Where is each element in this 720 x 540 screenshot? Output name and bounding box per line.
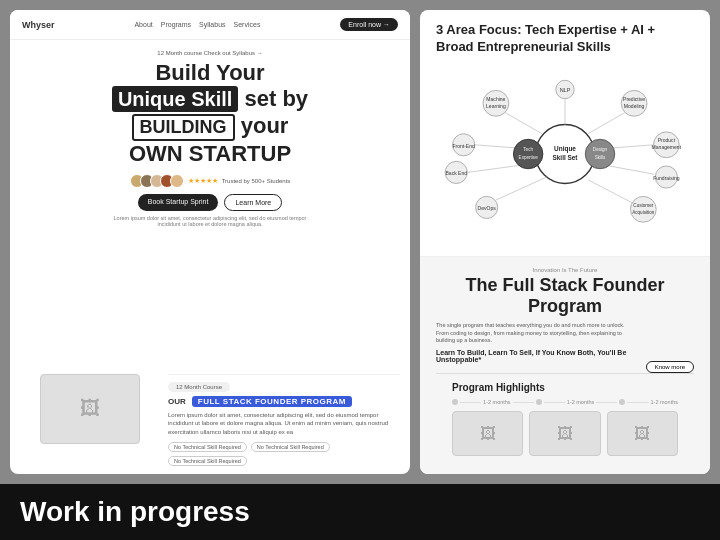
avatar-5 bbox=[170, 174, 184, 188]
navbar: Whyser About Programs Syllabus Services … bbox=[10, 10, 410, 40]
skill-diagram: Unique Skill Set NLP Machine Learning Pr… bbox=[436, 64, 694, 244]
book-sprint-button[interactable]: Book Startup Sprint bbox=[138, 194, 219, 211]
right-top-section: 3 Area Focus: Tech Expertise + AI + Broa… bbox=[420, 10, 710, 257]
timeline-label-2: 1-2 months bbox=[567, 399, 595, 405]
svg-text:Product: Product bbox=[658, 137, 676, 143]
svg-text:Design: Design bbox=[593, 147, 608, 152]
navbar-brand: Whyser bbox=[22, 20, 55, 30]
highlight-unique-skill: Unique Skill bbox=[112, 86, 238, 112]
timeline-label-1: 1-2 months bbox=[483, 399, 511, 405]
highlight-img-2: 🖼 bbox=[529, 411, 600, 456]
svg-text:Acquisition: Acquisition bbox=[632, 210, 655, 215]
wip-text: Work in progress bbox=[20, 496, 250, 528]
area-focus-title: 3 Area Focus: Tech Expertise + AI + Broa… bbox=[436, 22, 694, 56]
rating-text: Trusted by 500+ Students bbox=[222, 178, 291, 184]
svg-text:Learning: Learning bbox=[486, 103, 506, 109]
timeline-dot-1 bbox=[452, 399, 458, 405]
bottom-bar: Work in progress bbox=[0, 484, 720, 540]
rb-description: The single program that teaches everythi… bbox=[436, 322, 638, 345]
hero-your: your bbox=[241, 113, 289, 138]
nav-about[interactable]: About bbox=[134, 21, 152, 28]
svg-text:Tech: Tech bbox=[523, 147, 533, 152]
timeline-line-2 bbox=[513, 402, 534, 403]
timeline-line-4 bbox=[596, 402, 617, 403]
hero-line1: Build Your bbox=[30, 60, 390, 86]
star-rating: ★★★★★ bbox=[188, 177, 218, 185]
svg-line-32 bbox=[496, 177, 547, 200]
highlight-img-3: 🖼 bbox=[607, 411, 678, 456]
right-bottom-text: The single program that teaches everythi… bbox=[436, 322, 638, 373]
image-icon: 🖼 bbox=[80, 397, 100, 420]
svg-text:Management: Management bbox=[652, 144, 682, 150]
program-section: 12 Month Course OUR FULL STACK FOUNDER P… bbox=[168, 374, 400, 466]
hero-image-placeholder: 🖼 bbox=[40, 374, 140, 444]
full-stack-title: The Full Stack Founder Program bbox=[436, 275, 694, 318]
highlight-building: BUILDING bbox=[132, 114, 235, 142]
program-description: Lorem ipsum dolor sit amet, consectetur … bbox=[168, 411, 400, 436]
program-title: FULL STACK FOUNDER PROGRAM bbox=[192, 396, 352, 407]
program-tags: No Technical Skill Required No Technical… bbox=[168, 442, 400, 466]
know-more-button[interactable]: Know more bbox=[646, 361, 694, 373]
timeline-line-5 bbox=[627, 402, 648, 403]
program-highlights: Program Highlights 1-2 months 1-2 months… bbox=[436, 373, 694, 464]
hero-section: 12 Month course Check out Syllabus → Bui… bbox=[10, 40, 410, 374]
highlight-img-1: 🖼 bbox=[452, 411, 523, 456]
timeline-dot-2 bbox=[536, 399, 542, 405]
tag-1: No Technical Skill Required bbox=[168, 442, 247, 452]
svg-line-9 bbox=[505, 112, 542, 133]
timeline-line-1 bbox=[460, 402, 481, 403]
nav-services[interactable]: Services bbox=[234, 21, 261, 28]
svg-text:Front-End: Front-End bbox=[452, 142, 475, 148]
hero-set-by: set by bbox=[245, 86, 309, 111]
svg-text:Unique: Unique bbox=[554, 145, 576, 153]
navbar-links: About Programs Syllabus Services bbox=[134, 21, 260, 28]
svg-line-13 bbox=[588, 112, 625, 133]
left-panel: Whyser About Programs Syllabus Services … bbox=[10, 10, 410, 474]
nav-programs[interactable]: Programs bbox=[161, 21, 191, 28]
svg-text:Back End: Back End bbox=[445, 170, 467, 176]
svg-text:Modeling: Modeling bbox=[624, 103, 645, 109]
svg-text:DevOps: DevOps bbox=[478, 205, 497, 211]
svg-text:Predictive: Predictive bbox=[623, 95, 645, 101]
learn-more-button[interactable]: Learn More bbox=[224, 194, 282, 211]
svg-text:Customer: Customer bbox=[633, 202, 653, 207]
timeline-dot-3 bbox=[619, 399, 625, 405]
social-proof: ★★★★★ Trusted by 500+ Students bbox=[30, 174, 390, 188]
hero-badge: 12 Month course Check out Syllabus → bbox=[30, 50, 390, 56]
bottom-section: 🖼 12 Month Course OUR FULL STACK FOUNDER… bbox=[10, 374, 410, 474]
program-title-bar: OUR FULL STACK FOUNDER PROGRAM bbox=[168, 396, 400, 407]
hero-buttons: Book Startup Sprint Learn More bbox=[30, 194, 390, 211]
svg-text:Skills: Skills bbox=[595, 154, 606, 159]
tag-3: No Technical Skill Required bbox=[168, 456, 247, 466]
svg-text:Skill Set: Skill Set bbox=[552, 153, 578, 160]
program-label: OUR bbox=[168, 397, 186, 406]
avatar-group bbox=[130, 174, 184, 188]
rb-subtitle: Learn To Build, Learn To Sell, If You Kn… bbox=[436, 349, 638, 363]
skill-svg: Unique Skill Set NLP Machine Learning Pr… bbox=[436, 64, 694, 244]
hero-title: Build Your Unique Skill set by BUILDING … bbox=[30, 60, 390, 168]
svg-text:NLP: NLP bbox=[560, 87, 571, 93]
highlights-images: 🖼 🖼 🖼 bbox=[452, 411, 678, 456]
hero-description: Lorem ipsum dolor sit amet, consectetur … bbox=[110, 215, 310, 227]
hero-line4: OWN STARTUP bbox=[30, 141, 390, 167]
tag-2: No Technical Skill Required bbox=[251, 442, 330, 452]
right-bottom-section: Innovation Is The Future The Full Stack … bbox=[420, 257, 710, 474]
timeline-label-3: 1-2 months bbox=[651, 399, 679, 405]
nav-syllabus[interactable]: Syllabus bbox=[199, 21, 225, 28]
hero-line3: BUILDING your bbox=[30, 113, 390, 142]
program-badge: 12 Month Course bbox=[168, 382, 230, 392]
svg-text:Expertise: Expertise bbox=[519, 154, 539, 159]
svg-text:Machine: Machine bbox=[486, 95, 505, 101]
timeline: 1-2 months 1-2 months 1-2 months bbox=[452, 399, 678, 405]
innovation-label: Innovation Is The Future bbox=[436, 267, 694, 273]
program-highlights-title: Program Highlights bbox=[452, 382, 678, 393]
svg-line-36 bbox=[588, 180, 632, 203]
right-bottom-content: The single program that teaches everythi… bbox=[436, 322, 694, 373]
right-panel: 3 Area Focus: Tech Expertise + AI + Broa… bbox=[420, 10, 710, 474]
hero-line2: Unique Skill set by bbox=[30, 86, 390, 112]
svg-text:Fundraising: Fundraising bbox=[653, 175, 680, 181]
enroll-button[interactable]: Enroll now → bbox=[340, 18, 398, 31]
timeline-line-3 bbox=[544, 402, 565, 403]
